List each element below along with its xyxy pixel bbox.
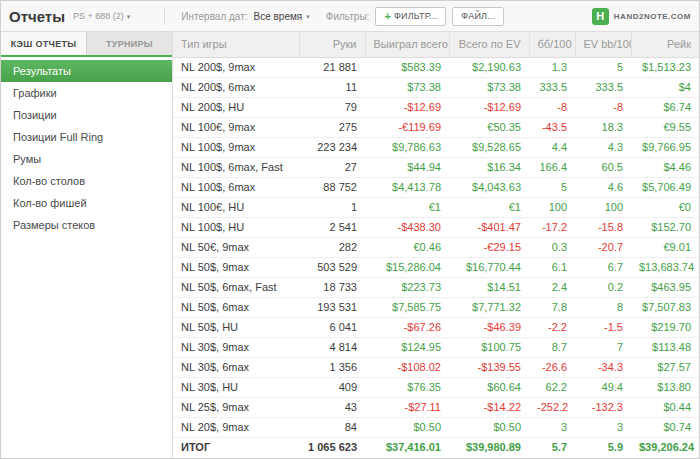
tab-tournaments[interactable]: ТУРНИРЫ	[87, 32, 172, 55]
table-row[interactable]: NL 200$, HU79-$12.69-$12.69-8-8$6.74	[173, 97, 699, 117]
table-row[interactable]: NL 50€, 9max282€0.46-€29.150.3-20.7€9.01	[173, 237, 699, 257]
table-header-row: Тип игрыРукиВыиграл всегоВсего по EVбб/1…	[173, 32, 699, 57]
logo-text: HAND2NOTE.COM	[614, 12, 691, 21]
sidebar-item-table-count[interactable]: Кол-во столов	[1, 170, 172, 192]
table-cell: -$12.69	[449, 97, 529, 117]
add-filter-button[interactable]: + ФИЛЬТР...	[375, 7, 446, 26]
table-cell: $223.73	[365, 277, 449, 297]
sidebar-item-positions[interactable]: Позиции	[1, 104, 172, 126]
table-cell: $60.64	[449, 377, 529, 397]
table-cell: 223 234	[299, 137, 365, 157]
sidebar-item-stack-sizes[interactable]: Размеры стеков	[1, 214, 172, 236]
table-cell: 1 065 623	[299, 437, 365, 457]
table-cell: NL 100$, 6max	[173, 177, 299, 197]
table-cell: $5,706.49	[631, 177, 699, 197]
table-row[interactable]: NL 100$, 9max223 234$9,786.63$9,528.654.…	[173, 137, 699, 157]
table-cell: -26.6	[529, 357, 575, 377]
sidebar-item-rooms[interactable]: Румы	[1, 148, 172, 170]
table-row[interactable]: NL 30$, HU409$76.35$60.6462.249.4$13.80	[173, 377, 699, 397]
table-cell: $100.75	[449, 337, 529, 357]
table-cell: $4,043.63	[449, 177, 529, 197]
table-row[interactable]: NL 100$, 6max, Fast27$44.94$16.34166.460…	[173, 157, 699, 177]
table-cell: $27.57	[631, 357, 699, 377]
table-row[interactable]: NL 100€, HU1€1€1100100€0	[173, 197, 699, 217]
column-header[interactable]: Рейк	[631, 32, 699, 57]
file-button[interactable]: ФАЙЛ...	[452, 7, 504, 26]
table-row[interactable]: NL 100$, 6max88 752$4,413.78$4,043.6354.…	[173, 177, 699, 197]
table-row[interactable]: NL 50$, 6max, Fast18 733$223.73$14.512.4…	[173, 277, 699, 297]
add-filter-button-label: ФИЛЬТР...	[394, 11, 437, 21]
table-cell: 1.3	[529, 57, 575, 77]
date-interval-value: Все время	[254, 11, 303, 22]
table-row[interactable]: NL 30$, 6max1 356-$108.02-$139.55-26.6-3…	[173, 357, 699, 377]
table-cell: 3	[575, 417, 631, 437]
total-row[interactable]: ИТОГ1 065 623$37,416.01$39,980.895.75.9$…	[173, 437, 699, 457]
table-row[interactable]: NL 100$, HU2 541-$438.30-$401.47-17.2-15…	[173, 217, 699, 237]
table-cell: -$438.30	[365, 217, 449, 237]
table-cell: -252.2	[529, 397, 575, 417]
table-cell: $152.70	[631, 217, 699, 237]
table-cell: $7,585.75	[365, 297, 449, 317]
table-cell: -15.8	[575, 217, 631, 237]
report-area: Тип игрыРукиВыиграл всегоВсего по EVбб/1…	[173, 32, 699, 458]
table-cell: 6.7	[575, 257, 631, 277]
table-cell: $73.38	[365, 77, 449, 97]
table-cell: $0.74	[631, 417, 699, 437]
table-cell: -$12.69	[365, 97, 449, 117]
table-cell: -$108.02	[365, 357, 449, 377]
table-row[interactable]: NL 20$, 9max84$0.50$0.5033$0.74	[173, 417, 699, 437]
table-cell: NL 25$, 9max	[173, 397, 299, 417]
table-cell: NL 50$, 6max, Fast	[173, 277, 299, 297]
table-cell: 7	[575, 337, 631, 357]
column-header[interactable]: EV bb/100	[575, 32, 631, 57]
table-cell: -€119.69	[365, 117, 449, 137]
table-cell: -2.2	[529, 317, 575, 337]
date-interval-label: Интервал дат:	[181, 11, 247, 22]
table-cell: -$46.39	[449, 317, 529, 337]
table-cell: 3	[529, 417, 575, 437]
table-cell: 60.5	[575, 157, 631, 177]
date-interval-select[interactable]: Все время ▾	[254, 11, 310, 22]
column-header[interactable]: Всего по EV	[449, 32, 529, 57]
column-header[interactable]: Руки	[299, 32, 365, 57]
column-header[interactable]: бб/100	[529, 32, 575, 57]
table-row[interactable]: NL 200$, 6max11$73.38$73.38333.5333.5$4	[173, 77, 699, 97]
table-row[interactable]: NL 50$, 9max503 529$15,286.04$16,770.446…	[173, 257, 699, 277]
table-cell: $4	[631, 77, 699, 97]
table-cell: 275	[299, 117, 365, 137]
sidebar-item-graphs[interactable]: Графики	[1, 82, 172, 104]
top-bar: Отчеты PS + 888 (2) ▾ Интервал дат: Все …	[1, 1, 699, 32]
tab-cash-reports[interactable]: КЭШ ОТЧЕТЫ	[1, 32, 87, 55]
table-row[interactable]: NL 200$, 9max21 881$583.39$2,190.631.35$…	[173, 57, 699, 77]
table-row[interactable]: NL 100€, 9max275-€119.69€50.35-43.518.3€…	[173, 117, 699, 137]
table-row[interactable]: NL 50$, 6max193 531$7,585.75$7,771.327.8…	[173, 297, 699, 317]
sidebar-item-results[interactable]: Результаты	[1, 60, 172, 82]
table-row[interactable]: NL 25$, 9max43-$27.11-$14.22-252.2-132.3…	[173, 397, 699, 417]
table-cell: $6.74	[631, 97, 699, 117]
table-cell: 4.6	[575, 177, 631, 197]
table-row[interactable]: NL 50$, HU6 041-$67.26-$46.39-2.2-1.5$21…	[173, 317, 699, 337]
account-selector[interactable]: PS + 888 (2) ▾	[73, 11, 130, 21]
table-cell: 5.7	[529, 437, 575, 457]
column-header[interactable]: Тип игры	[173, 32, 299, 57]
table-cell: -17.2	[529, 217, 575, 237]
table-cell: -$139.55	[449, 357, 529, 377]
table-cell: $39,980.89	[449, 437, 529, 457]
table-row[interactable]: NL 30$, 9max4 814$124.95$100.758.77$113.…	[173, 337, 699, 357]
sidebar-item-fish-count[interactable]: Кол-во фишей	[1, 192, 172, 214]
column-header[interactable]: Выиграл всего	[365, 32, 449, 57]
table-cell: 0.2	[575, 277, 631, 297]
sidebar-item-positions-full-ring[interactable]: Позиции Full Ring	[1, 126, 172, 148]
filters-label: Фильтры:	[326, 11, 370, 22]
table-cell: 11	[299, 77, 365, 97]
table-cell: 282	[299, 237, 365, 257]
table-cell: 62.2	[529, 377, 575, 397]
table-cell: $16,770.44	[449, 257, 529, 277]
table-cell: NL 100€, 9max	[173, 117, 299, 137]
table-cell: NL 200$, 9max	[173, 57, 299, 77]
table-cell: $15,286.04	[365, 257, 449, 277]
account-selector-label: PS + 888 (2)	[73, 11, 124, 21]
table-cell: 4 814	[299, 337, 365, 357]
hand2note-h-icon: H	[592, 8, 609, 25]
page-title: Отчеты	[9, 8, 65, 25]
